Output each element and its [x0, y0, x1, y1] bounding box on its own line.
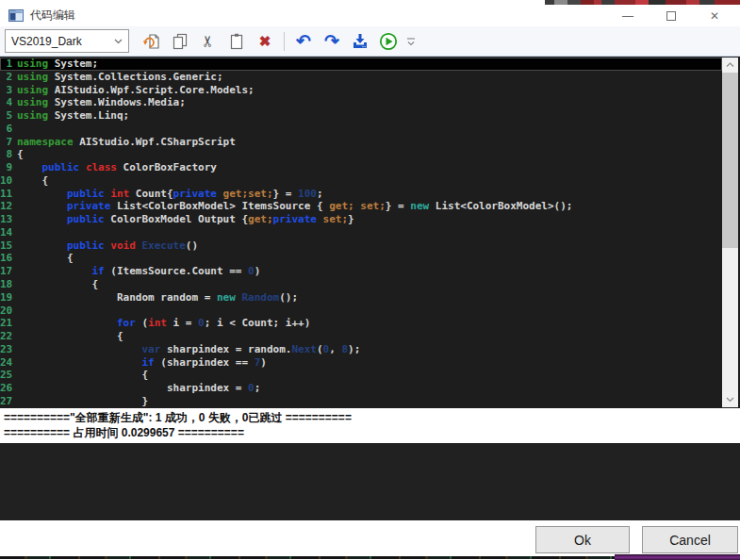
line-number: 26 [0, 382, 12, 395]
line-number: 18 [0, 278, 12, 291]
app-window-icon [8, 9, 24, 22]
paste-icon [226, 31, 247, 52]
delete-button[interactable]: ✖ [253, 29, 277, 54]
scroll-up-button[interactable] [722, 58, 738, 73]
paste-button[interactable] [224, 29, 249, 54]
build-output: =========="全部重新生成": 1 成功，0 失败，0已跳过 =====… [0, 408, 740, 443]
line-number: 1 [0, 58, 12, 71]
copy-button[interactable] [168, 29, 192, 54]
toolbar-buttons: ✂ ✖ ↶ ↷ [140, 29, 418, 54]
redo-button[interactable]: ↷ [320, 29, 344, 54]
code-line: 3using AIStudio.Wpf.Script.Core.Models; [0, 84, 722, 97]
title-bar: 代码编辑 — ✕ [0, 5, 740, 26]
code-line: 24 if (sharpindex == 7) [0, 356, 722, 370]
minimize-button[interactable]: — [606, 5, 650, 26]
code-line: 26 sharpindex = 0; [0, 382, 722, 395]
line-number: 25 [0, 369, 12, 382]
new-file-button[interactable] [140, 29, 164, 54]
delete-x-icon: ✖ [259, 33, 271, 50]
background-app-bottom-strip [0, 556, 615, 559]
line-number: 20 [0, 305, 12, 318]
code-line: 11 public int Count{private get;set;} = … [0, 188, 722, 201]
line-number: 24 [0, 356, 12, 370]
line-number: 9 [0, 161, 12, 174]
line-number: 2 [0, 71, 12, 84]
code-line: 9 public class ColorBoxFactory [0, 161, 722, 174]
run-button[interactable] [376, 29, 401, 54]
background-app-purple-strip [615, 554, 740, 560]
scrollbar-thumb[interactable] [722, 73, 738, 248]
code-line: 5using System.Linq; [0, 109, 722, 123]
code-editor[interactable]: 1using System;2using System.Collections.… [0, 57, 740, 408]
code-line: 6 [0, 123, 722, 136]
code-lines: 1using System;2using System.Collections.… [0, 58, 722, 408]
line-number: 5 [0, 109, 12, 123]
maximize-icon [666, 11, 676, 21]
code-line: 4using System.Windows.Media; [0, 96, 722, 109]
code-line: 27 } [0, 395, 722, 408]
copy-icon [170, 31, 190, 52]
line-number: 27 [0, 395, 12, 408]
line-number: 21 [0, 317, 12, 330]
line-number: 19 [0, 291, 12, 305]
line-number: 4 [0, 96, 12, 109]
code-line: 20 [0, 305, 722, 318]
code-line: 15 public void Execute() [0, 239, 722, 253]
undo-button[interactable]: ↶ [291, 29, 316, 54]
background-app-strip [545, 0, 740, 5]
code-line: 10 { [0, 174, 722, 188]
save-download-icon [350, 31, 370, 52]
empty-log-panel [0, 443, 740, 520]
save-button[interactable] [348, 29, 372, 54]
run-play-icon [377, 30, 400, 53]
line-number: 12 [0, 200, 12, 213]
redo-icon: ↷ [324, 32, 339, 50]
line-number: 7 [0, 136, 12, 149]
cancel-button[interactable]: Cancel [642, 526, 738, 553]
ok-button[interactable]: Ok [535, 526, 630, 553]
chevron-down-icon [726, 397, 734, 403]
window-title: 代码编辑 [30, 8, 75, 24]
code-line: 22 { [0, 330, 722, 343]
window-controls: — ✕ [606, 5, 736, 26]
line-number: 14 [0, 226, 12, 239]
code-line: 23 var sharpindex = random.Next(0, 8); [0, 343, 722, 356]
code-line: 18 { [0, 278, 722, 291]
code-line: 8{ [0, 148, 722, 161]
code-line: 14 [0, 226, 722, 239]
code-edit-dialog: 代码编辑 — ✕ VS2019_Dark [0, 0, 740, 560]
code-line: 2using System.Collections.Generic; [0, 71, 722, 84]
vertical-scrollbar[interactable] [722, 58, 738, 407]
code-line: 21 for (int i = 0; i < Count; i++) [0, 317, 722, 330]
line-number: 10 [0, 174, 12, 188]
new-file-icon [141, 31, 162, 52]
theme-select-value: VS2019_Dark [11, 35, 82, 48]
line-number: 16 [0, 252, 12, 265]
line-number: 15 [0, 239, 12, 253]
close-button[interactable]: ✕ [693, 5, 736, 26]
build-time-line: ========== 占用时间 0.0299657 ========== [4, 425, 740, 440]
line-number: 8 [0, 148, 12, 161]
toolbar-separator [284, 32, 285, 51]
code-line: 25 { [0, 369, 722, 382]
theme-select[interactable]: VS2019_Dark [5, 29, 129, 53]
line-number: 17 [0, 265, 12, 278]
code-line: 19 Random random = new Random(); [0, 291, 722, 305]
code-line: 16 { [0, 252, 722, 265]
line-number: 22 [0, 330, 12, 343]
scissors-icon: ✂ [200, 35, 218, 47]
line-number: 11 [0, 188, 12, 201]
chevron-down-icon [114, 39, 123, 44]
line-number: 23 [0, 343, 12, 356]
code-line: 7namespace AIStudio.Wpf.CSharpScript [0, 136, 722, 149]
scroll-down-button[interactable] [722, 392, 738, 407]
toolbar-overflow-button[interactable] [404, 29, 418, 54]
chevron-up-icon [726, 62, 734, 68]
code-line: 13 public ColorBoxModel Output {get;priv… [0, 213, 722, 226]
build-result-line: =========="全部重新生成": 1 成功，0 失败，0已跳过 =====… [4, 410, 740, 425]
maximize-button[interactable] [650, 5, 693, 26]
code-line: 1using System; [0, 58, 722, 71]
cut-button[interactable]: ✂ [196, 29, 221, 54]
overflow-icon [405, 35, 417, 48]
toolbar: VS2019_Dark ✂ [0, 26, 740, 57]
